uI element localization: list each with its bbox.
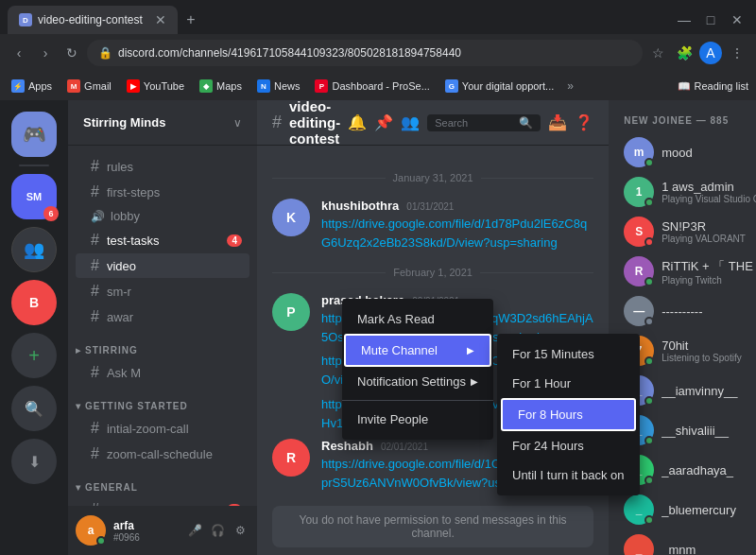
member-info-70hit: 70hit Listening to Spotify (662, 338, 756, 363)
member-mood[interactable]: m mood (616, 133, 756, 171)
msg-avatar-2: P (272, 293, 310, 331)
ctx-until-off[interactable]: Until I turn it back on (497, 460, 640, 490)
member-info-aws: 1 aws_admin Playing Visual Studio Code (662, 180, 756, 204)
channel-name-first-steps: first-steps (107, 185, 242, 199)
reading-list[interactable]: 📖 Reading list (678, 80, 748, 93)
bookmarks-bar: ⚡ Apps M Gmail ▶ YouTube ◆ Maps N News P… (0, 72, 756, 100)
ctx-15min[interactable]: For 15 Minutes (497, 339, 640, 369)
lock-icon: 🔒 (98, 46, 112, 60)
ctx-1hour[interactable]: For 1 Hour (497, 369, 640, 398)
user-status-indicator (96, 536, 106, 546)
mute-microphone-button[interactable]: 🎤 (185, 521, 204, 540)
ctx-submenu: For 15 Minutes For 1 Hour For 8 Hours Fo… (497, 334, 640, 495)
chat-header-icons: 🔔 📌 👥 Search 🔍 📥 ❓ (348, 113, 593, 131)
bookmark-maps[interactable]: ◆ Maps (196, 78, 246, 95)
member-sniper[interactable]: S SN!P3R Playing VALORANT (616, 213, 756, 251)
forward-button[interactable]: › (34, 42, 57, 64)
channel-sm-r[interactable]: # sm-r (76, 279, 249, 304)
extensions-icon[interactable]: 🧩 (673, 42, 696, 64)
discord-home-button[interactable]: 🎮 (11, 112, 57, 157)
user-panel: a arfa #0966 🎤 🎧 ⚙ (68, 506, 257, 555)
close-button[interactable]: ✕ (726, 9, 748, 31)
channel-intial-zoom[interactable]: # intial-zoom-call (76, 416, 249, 441)
bookmark-gmail[interactable]: M Gmail (63, 78, 115, 95)
channel-video[interactable]: # video (76, 253, 249, 278)
channel-name-ask-m: Ask M (107, 366, 242, 380)
deafen-button[interactable]: 🎧 (208, 521, 227, 540)
back-button[interactable]: ‹ (8, 42, 30, 64)
bookmark-apps[interactable]: ⚡ Apps (8, 78, 56, 95)
member-status-rittik (644, 277, 654, 286)
discord-logo: 🎮 (23, 123, 46, 146)
member-rittik[interactable]: R RiTTiK + 「 THE KNiG... Playing Twitch (616, 252, 756, 290)
explore-servers[interactable]: 🔍 (11, 386, 57, 431)
category-arrow: ▸ (76, 345, 81, 356)
server-2[interactable]: 👥 (11, 227, 57, 272)
menu-icon[interactable]: ⋮ (726, 42, 748, 64)
members-icon[interactable]: 👥 (401, 113, 420, 131)
channel-announcements[interactable]: # announcements 1 (76, 497, 249, 506)
channel-hash-icon: # (91, 364, 99, 381)
member-name-mnm: _mnm_ (662, 543, 756, 556)
ctx-invite-people[interactable]: Invite People (342, 405, 493, 434)
category-stirring[interactable]: ▸ STIRRING (68, 330, 257, 359)
bookmark-youtube[interactable]: ▶ YouTube (123, 78, 188, 95)
bookmark-star-icon[interactable]: ☆ (646, 42, 669, 64)
channel-hash-icon: # (91, 308, 99, 325)
ctx-15min-label: For 15 Minutes (512, 347, 594, 361)
member-name-sniper: SN!P3R (662, 219, 756, 234)
browser-controls: ‹ › ↻ 🔒 discord.com/channels/41961710584… (0, 34, 756, 72)
search-box[interactable]: Search 🔍 (427, 114, 541, 131)
member-status-sniper (644, 237, 654, 247)
member-mnm[interactable]: _ _mnm_ (616, 530, 756, 555)
more-bookmarks[interactable]: » (567, 79, 574, 93)
add-server-button[interactable]: + (11, 333, 57, 378)
channel-test-tasks[interactable]: # test-tasks 4 (76, 228, 249, 252)
help-icon[interactable]: ❓ (575, 113, 593, 131)
member-name-bluemercury: _bluemercury (662, 503, 756, 517)
notification-bell-icon[interactable]: 🔔 (348, 113, 367, 131)
members-header: NEW JOINEE — 885 (609, 100, 756, 130)
server-header[interactable]: Stirring Minds ∨ (68, 100, 257, 146)
pin-icon[interactable]: 📌 (374, 113, 393, 131)
member-aws-admin[interactable]: 1 1 aws_admin Playing Visual Studio Code (616, 173, 756, 211)
active-tab[interactable]: D video-editing-contest ✕ (8, 6, 178, 34)
date-separator-feb1: February 1, 2021 (272, 267, 593, 278)
channel-awar[interactable]: # awar (76, 304, 249, 329)
channel-ask-m[interactable]: # Ask M (76, 360, 249, 385)
member-dashes[interactable]: — ---------- (616, 292, 756, 330)
bookmark-google[interactable]: G Your digital opport... (441, 78, 558, 95)
bookmark-news[interactable]: N News (253, 78, 304, 95)
msg-link-1[interactable]: https://drive.google.com/file/d/1d78Pdu2… (321, 217, 587, 250)
member-avatar-bluemercury: _ (624, 494, 654, 525)
server-3[interactable]: B (11, 280, 57, 325)
server-stirring-minds[interactable]: SM 6 (11, 174, 57, 219)
channel-zoom-schedule[interactable]: # zoom-call-schedule (76, 442, 249, 466)
channel-lobby[interactable]: 🔊 lobby (76, 205, 249, 227)
member-info-aaradhaya: _aaradhaya_ (662, 463, 756, 477)
member-info-mnm: _mnm_ (662, 543, 756, 556)
ctx-24hours[interactable]: For 24 Hours (497, 431, 640, 460)
profile-icon[interactable]: A (699, 42, 722, 64)
settings-button[interactable]: ⚙ (231, 521, 249, 540)
address-bar[interactable]: 🔒 discord.com/channels/41961710584410932… (87, 40, 643, 66)
channel-rules[interactable]: # rules (76, 154, 249, 179)
download-apps[interactable]: ⬇ (11, 439, 57, 484)
category-getting-started[interactable]: ▾ GETTING STARTED (68, 386, 257, 415)
new-tab-button[interactable]: + (178, 7, 204, 33)
member-bluemercury[interactable]: _ _bluemercury (616, 491, 756, 529)
minimize-button[interactable]: — (673, 9, 696, 31)
channel-first-steps[interactable]: # first-steps (76, 180, 249, 204)
address-text: discord.com/channels/419617105844109323/… (118, 46, 631, 60)
maximize-button[interactable]: □ (699, 9, 722, 31)
ctx-mute-channel[interactable]: Mute Channel ▶ (344, 334, 491, 367)
inbox-icon[interactable]: 📥 (548, 113, 567, 131)
ctx-8hours[interactable]: For 8 Hours (501, 398, 636, 431)
category-general[interactable]: ▾ GENERAL (68, 467, 257, 496)
bookmark-pinterest[interactable]: P Dashboard - ProSe... (311, 78, 433, 95)
ctx-mark-read[interactable]: Mark As Read (342, 304, 493, 334)
tab-close-button[interactable]: ✕ (155, 12, 166, 27)
reload-button[interactable]: ↻ (60, 42, 83, 64)
ctx-notification-settings[interactable]: Notification Settings ▶ (342, 367, 493, 396)
member-name-dashes: ---------- (662, 304, 756, 319)
